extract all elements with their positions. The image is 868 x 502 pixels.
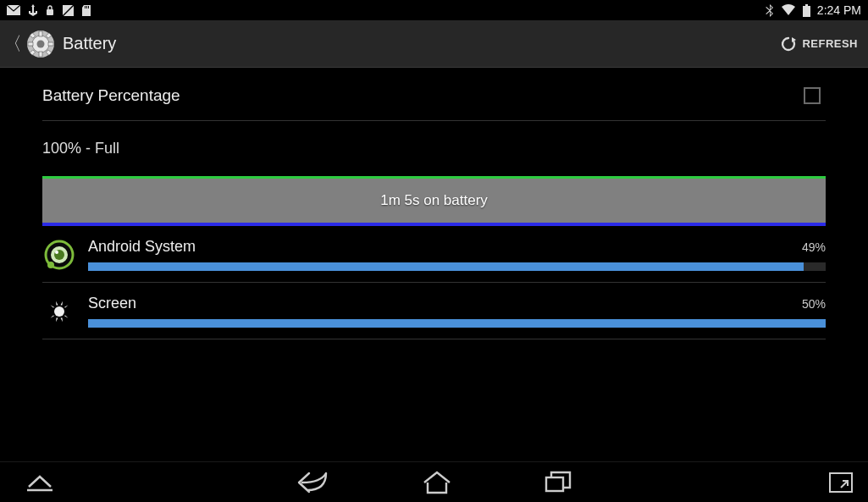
usage-item[interactable]: Android System49%: [42, 226, 826, 282]
usage-main: Screen50%: [88, 295, 826, 328]
usage-bar-fill: [88, 262, 804, 271]
battery-status-icon: [803, 4, 810, 17]
action-bar: 〈 Battery REFRESH: [0, 20, 868, 68]
usage-percent: 50%: [802, 297, 826, 311]
graph-caption: 1m 5s on battery: [380, 192, 488, 209]
svg-marker-28: [64, 316, 68, 318]
svg-rect-7: [805, 4, 808, 6]
svg-rect-6: [88, 6, 89, 8]
back-caret-icon[interactable]: 〈: [3, 31, 22, 57]
usage-item[interactable]: Screen50%: [42, 283, 826, 339]
content: Battery Percentage 100% - Full 1m 5s on …: [0, 68, 868, 339]
svg-marker-31: [50, 316, 54, 318]
usage-main: Android System49%: [88, 238, 826, 271]
screenshot-icon: [63, 5, 74, 16]
refresh-label: REFRESH: [802, 37, 858, 50]
nav-back-button[interactable]: [297, 470, 329, 495]
nav-home-button[interactable]: [423, 471, 451, 494]
svg-marker-30: [56, 318, 58, 323]
svg-marker-36: [64, 305, 68, 307]
mail-icon: [7, 5, 20, 15]
usage-bar-track: [88, 262, 826, 271]
usage-list: Android System49%Screen50%: [42, 226, 826, 339]
svg-rect-39: [830, 473, 852, 492]
page-title: Battery: [63, 34, 116, 53]
svg-marker-33: [50, 305, 54, 307]
usage-bar-track: [88, 319, 826, 328]
checkbox-battery-percentage[interactable]: [804, 87, 821, 104]
svg-marker-34: [56, 301, 58, 306]
svg-point-26: [54, 306, 64, 317]
wifi-icon: [781, 4, 796, 16]
battery-history-graph[interactable]: 1m 5s on battery: [42, 176, 826, 226]
battery-summary: 100% - Full: [42, 121, 826, 173]
divider: [42, 339, 826, 339]
sdcard-icon: [82, 5, 91, 16]
usage-name: Screen: [88, 295, 136, 312]
refresh-button[interactable]: REFRESH: [780, 36, 858, 52]
nav-cast-button[interactable]: [829, 472, 853, 493]
svg-rect-38: [546, 477, 563, 491]
graph-body: 1m 5s on battery: [42, 179, 826, 223]
lock-icon: [46, 5, 54, 16]
usage-percent: 49%: [802, 240, 826, 254]
svg-rect-11: [39, 31, 42, 36]
refresh-icon: [780, 36, 797, 52]
navigation-bar: [0, 461, 868, 502]
svg-rect-13: [28, 42, 33, 46]
bluetooth-icon: [766, 4, 774, 17]
nav-expand-button[interactable]: [25, 473, 54, 492]
nav-recents-button[interactable]: [545, 471, 572, 494]
svg-point-25: [47, 262, 54, 268]
svg-point-24: [55, 251, 58, 254]
usage-bar-fill: [88, 319, 826, 328]
svg-point-19: [37, 40, 45, 47]
svg-marker-35: [60, 301, 63, 306]
status-bar: 2:24 PM: [0, 0, 868, 20]
status-time: 2:24 PM: [817, 3, 861, 17]
svg-rect-1: [47, 9, 53, 15]
settings-gear-icon[interactable]: [24, 27, 58, 61]
svg-rect-5: [86, 6, 87, 8]
svg-rect-14: [48, 42, 53, 46]
usb-icon: [29, 4, 37, 16]
svg-rect-12: [39, 52, 42, 57]
pref-battery-percentage[interactable]: Battery Percentage: [42, 68, 826, 120]
screen-brightness-icon: [42, 295, 76, 328]
svg-rect-4: [85, 6, 86, 8]
android-system-icon: [42, 238, 76, 272]
svg-line-40: [841, 481, 848, 488]
pref-title: Battery Percentage: [42, 86, 180, 105]
battery-level-text: 100% - Full: [42, 140, 119, 157]
svg-marker-29: [60, 318, 63, 323]
svg-rect-8: [803, 6, 810, 17]
usage-name: Android System: [88, 238, 196, 256]
